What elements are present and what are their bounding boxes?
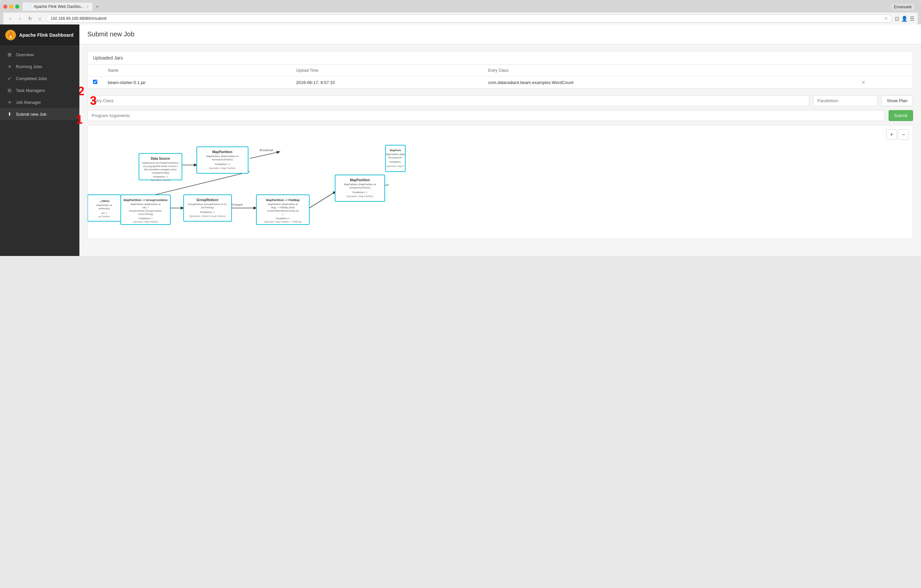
plan-area: + − Broadcast Forward <box>87 125 913 239</box>
zoom-out-button[interactable]: − <box>898 129 909 140</box>
svg-text:Parallelism: 1: Parallelism: 1 <box>215 163 229 166</box>
svg-text:unt.PerKey): unt.PerKey) <box>201 206 214 209</box>
table-row: beam-starter-0.1.jar 2016-06-17, 8:57:10… <box>88 76 913 89</box>
svg-text:MapPartition -> FlatMap: MapPartition -> FlatMap <box>266 198 300 202</box>
svg-text:Parallelism: 1: Parallelism: 1 <box>153 175 168 178</box>
program-args-input[interactable] <box>87 110 885 121</box>
broadcast-label: Broadcast <box>260 148 273 152</box>
reload-button[interactable]: ↻ <box>26 15 34 22</box>
svg-text:MapPartition: MapPartition <box>212 150 233 154</box>
user-icon[interactable]: 👤 <box>901 16 908 22</box>
zoom-in-button[interactable]: + <box>886 129 897 140</box>
tab-bar: 📄 Apache Flink Web Dashbo... × + <box>23 3 891 11</box>
svg-text:DataSource (at Read(CreateSour: DataSource (at Read(CreateSour <box>142 161 179 164</box>
submit-button[interactable]: Submit <box>888 110 913 121</box>
svg-text:MapPartition (MapPartition at: MapPartition (MapPartition at <box>344 183 376 186</box>
svg-text:link.translation.wrappers.Sour: link.translation.wrappers.Sour <box>144 168 177 171</box>
svg-text:MapPartition (MapPartition at: MapPartition (MapPartition at <box>268 203 298 206</box>
sidebar-item-job-manager[interactable]: ≡ Job Manager <box>0 96 80 108</box>
form-entry-row: Show Plan 3 <box>87 95 913 106</box>
svg-text:Counts/Write/Window.Into().out: Counts/Write/Window.Into().out <box>267 210 299 212</box>
svg-text:Init) ->: Init) -> <box>142 206 149 209</box>
tab-favicon: 📄 <box>26 4 31 9</box>
jar-name: beam-starter-0.1.jar <box>103 76 291 89</box>
page-header: Submit new Job <box>80 24 921 44</box>
completed-jobs-icon: ✓ <box>7 76 13 81</box>
jars-table: Name Upload Time Entry Class beam-starte… <box>88 65 913 88</box>
parallelism-input[interactable] <box>813 95 877 106</box>
jar-upload-time: 2016-06-17, 8:57:10 <box>291 76 483 89</box>
nav-right: ⊡ 👤 ☰ <box>895 16 914 22</box>
svg-text:MapPartition at: MapPartition at <box>96 204 112 207</box>
home-button[interactable]: ⌂ <box>36 15 44 22</box>
row-checkbox[interactable] <box>93 80 97 84</box>
svg-text:MapPartition (MapPartition at: MapPartition (MapPartition at <box>131 203 161 206</box>
user-menu[interactable]: Emanuele <box>891 4 914 10</box>
svg-text:GroupCombine (GroupCombine:: GroupCombine (GroupCombine: <box>129 210 162 212</box>
svg-text:Data Source: Data Source <box>151 157 170 161</box>
minimize-button[interactable] <box>9 5 13 8</box>
sidebar-item-label: Overview <box>16 52 34 57</box>
delete-jar-icon[interactable]: ✕ <box>861 80 866 85</box>
back-button[interactable]: ‹ <box>7 15 14 22</box>
svg-text:Operation: Sorted Group Reduce: Operation: Sorted Group Reduce <box>189 214 226 218</box>
svg-text:): ) <box>283 213 283 216</box>
sidebar: 🔥 Apache Flink Dashboard ⊞ Overview ≡ Ru… <box>0 24 80 256</box>
sidebar-item-label: Task Managers <box>16 88 45 93</box>
svg-text:GroupReduce: GroupReduce <box>197 198 219 202</box>
svg-text:Parallelism: 1: Parallelism: 1 <box>352 191 367 194</box>
traffic-lights <box>3 5 19 8</box>
new-tab-button[interactable]: + <box>93 3 101 11</box>
menu-icon[interactable]: ☰ <box>910 16 914 22</box>
svg-text:MapPartition (MapPartition at: MapPartition (MapPartition at <box>206 155 239 158</box>
jar-entry-class: com.dataradiant.beam.examples.WordCount <box>483 76 856 89</box>
svg-text:AnonymousParDo): AnonymousParDo) <box>212 158 233 161</box>
overview-icon: ⊞ <box>7 52 13 57</box>
svg-text:Count.PerKey): Count.PerKey) <box>138 213 153 216</box>
tab-close-icon[interactable]: × <box>87 5 89 8</box>
svg-text:Operation: Map Partition: Operation: Map Partition <box>347 195 373 198</box>
submit-job-icon: ⬆ <box>7 112 13 117</box>
sidebar-item-completed-jobs[interactable]: ✓ Completed Jobs <box>0 72 80 84</box>
sidebar-item-submit-job[interactable]: ⬆ Submit new Job 1 <box>0 108 80 120</box>
brand-title: Apache Flink Dashboard <box>19 32 73 38</box>
sidebar-item-task-managers[interactable]: ⊟ Task Managers <box>0 84 80 96</box>
main-content: Submit new Job Uploaded Jars Name Upload… <box>80 24 921 256</box>
extensions-icon[interactable]: ⊡ <box>895 16 899 22</box>
tab-title: Apache Flink Web Dashbo... <box>34 4 84 9</box>
panel-header: Uploaded Jars <box>88 51 913 65</box>
entry-class-input[interactable] <box>87 95 809 106</box>
running-jobs-icon: ≡ <box>7 64 13 69</box>
col-entry-class: Entry Class <box>483 65 856 76</box>
form-args-row: Submit <box>87 110 913 121</box>
svg-text:Parallelism: 1: Parallelism: 1 <box>138 217 153 219</box>
maximize-button[interactable] <box>15 5 19 8</box>
col-actions <box>856 65 913 76</box>
svg-text:am: 1: am: 1 <box>101 212 107 214</box>
svg-text:MapPartition (Map: MapPartition (Map <box>386 153 405 156</box>
annotation-2: 2 <box>80 84 85 98</box>
svg-text:Forward: Forward <box>231 203 242 206</box>
forward-button[interactable]: › <box>16 15 24 22</box>
active-tab[interactable]: 📄 Apache Flink Web Dashbo... × <box>23 3 93 11</box>
svg-text:GroupReduce (GroupReduce at Co: GroupReduce (GroupReduce at Co <box>188 203 227 206</box>
col-name: Name <box>103 65 291 76</box>
sidebar-item-running-jobs[interactable]: ≡ Running Jobs <box>0 60 80 72</box>
show-plan-button[interactable]: Show Plan <box>881 95 913 106</box>
address-bar[interactable]: 192.168.99.100:48080/#/submit ☆ <box>46 15 892 23</box>
flink-logo: 🔥 <box>7 32 14 38</box>
svg-text:actWords)): actWords)) <box>99 207 110 210</box>
page-title: Submit new Job <box>87 31 913 38</box>
sidebar-item-label: Submit new Job <box>16 112 47 117</box>
svg-text:MapPartition: MapPartition <box>350 178 370 182</box>
job-manager-icon: ≡ <box>7 99 13 105</box>
sidebar-nav: ⊞ Overview ≡ Running Jobs ✓ Completed Jo… <box>0 46 80 123</box>
svg-text:Parallelism:: Parallelism: <box>389 161 401 163</box>
sidebar-item-overview[interactable]: ⊞ Overview <box>0 49 80 60</box>
svg-text:...rtition: ...rtition <box>99 200 109 203</box>
close-button[interactable] <box>3 5 7 8</box>
bookmark-icon[interactable]: ☆ <box>884 16 888 21</box>
sidebar-item-label: Job Manager <box>16 100 41 105</box>
col-upload-time: Upload Time <box>291 65 483 76</box>
brand-icon: 🔥 <box>5 30 16 41</box>
